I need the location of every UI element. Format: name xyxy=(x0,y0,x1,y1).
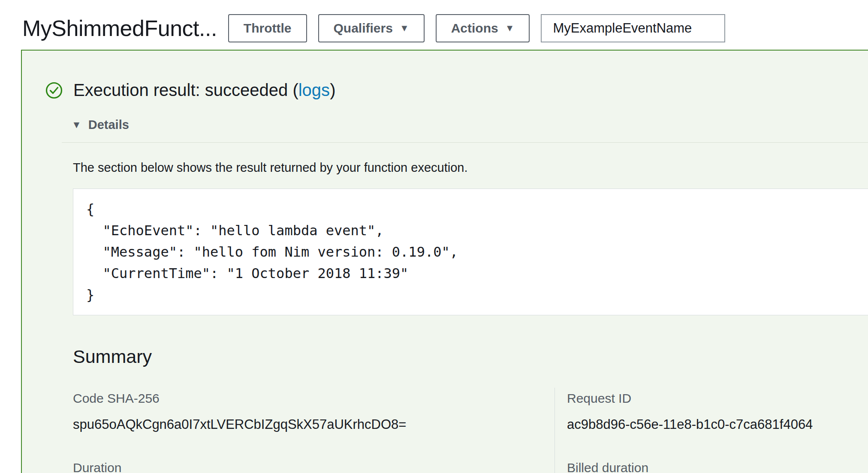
test-event-select[interactable]: MyExampleEventName xyxy=(541,14,725,42)
field-value: ac9b8d96-c56e-11e8-b1c0-c7ca681f4064 xyxy=(567,417,868,432)
code-line: { xyxy=(86,198,868,220)
details-toggle[interactable]: ▼ Details xyxy=(72,118,868,132)
qualifiers-button[interactable]: Qualifiers ▼ xyxy=(318,14,425,42)
field-label: Code SHA-256 xyxy=(73,391,555,406)
summary-field-code-sha256: Code SHA-256 spu65oAQkCgn6a0I7xtLVERCbIZ… xyxy=(73,388,555,457)
actions-button-label: Actions xyxy=(451,21,498,36)
actions-button[interactable]: Actions ▼ xyxy=(436,14,530,42)
summary-field-billed-duration: Billed duration 100 ms xyxy=(555,457,868,473)
execution-result-header: Execution result: succeeded (logs) xyxy=(45,81,868,100)
summary-grid: Code SHA-256 spu65oAQkCgn6a0I7xtLVERCbIZ… xyxy=(73,388,868,473)
throttle-button-label: Throttle xyxy=(244,21,292,36)
field-label: Billed duration xyxy=(567,461,868,473)
test-event-selected-value: MyExampleEventName xyxy=(553,21,692,36)
summary-heading: Summary xyxy=(73,346,868,367)
code-line: "Message": "hello fom Nim version: 0.19.… xyxy=(86,241,868,263)
chevron-down-icon: ▼ xyxy=(400,23,409,34)
execution-result-heading: Execution result: succeeded (logs) xyxy=(73,81,335,100)
details-toggle-label: Details xyxy=(88,118,129,132)
field-value: spu65oAQkCgn6a0I7xtLVERCbIZgqSkX57aUKrhc… xyxy=(73,417,555,432)
success-check-icon xyxy=(45,81,63,99)
field-label: Request ID xyxy=(567,391,868,406)
code-line: "EchoEvent": "hello lambda event", xyxy=(86,220,868,241)
summary-field-request-id: Request ID ac9b8d96-c56e-11e8-b1c0-c7ca6… xyxy=(555,388,868,457)
qualifiers-button-label: Qualifiers xyxy=(334,21,393,36)
field-label: Duration xyxy=(73,461,555,473)
triangle-down-icon: ▼ xyxy=(72,119,81,131)
code-line: } xyxy=(86,284,868,305)
code-line: "CurrentTime": "1 October 2018 11:39" xyxy=(86,263,868,284)
page-title: MyShimmedFunct... xyxy=(22,15,217,41)
details-divider xyxy=(62,142,868,143)
result-heading-suffix: ) xyxy=(330,81,335,99)
logs-link[interactable]: logs xyxy=(298,81,330,99)
execution-result-json: { "EchoEvent": "hello lambda event", "Me… xyxy=(73,189,868,315)
result-heading-prefix: Execution result: succeeded ( xyxy=(73,81,298,99)
throttle-button[interactable]: Throttle xyxy=(228,14,307,42)
summary-field-duration: Duration 2.90 ms xyxy=(73,457,555,473)
result-description: The section below shows the result retur… xyxy=(73,161,868,175)
execution-result-panel: Execution result: succeeded (logs) ▼ Det… xyxy=(21,50,868,473)
chevron-down-icon: ▼ xyxy=(505,23,515,34)
function-header: MyShimmedFunct... Throttle Qualifiers ▼ … xyxy=(0,0,868,48)
